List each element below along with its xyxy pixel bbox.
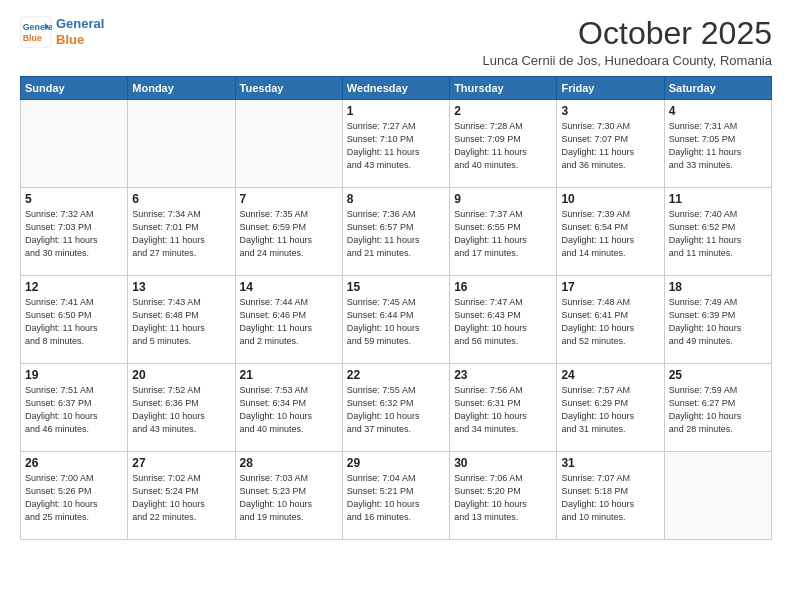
day-number: 3 bbox=[561, 104, 659, 118]
day-number: 23 bbox=[454, 368, 552, 382]
day-info: Sunrise: 7:39 AM Sunset: 6:54 PM Dayligh… bbox=[561, 208, 659, 260]
table-row: 31Sunrise: 7:07 AM Sunset: 5:18 PM Dayli… bbox=[557, 452, 664, 540]
day-number: 5 bbox=[25, 192, 123, 206]
day-number: 10 bbox=[561, 192, 659, 206]
calendar-week-row: 26Sunrise: 7:00 AM Sunset: 5:26 PM Dayli… bbox=[21, 452, 772, 540]
day-info: Sunrise: 7:07 AM Sunset: 5:18 PM Dayligh… bbox=[561, 472, 659, 524]
calendar-week-row: 1Sunrise: 7:27 AM Sunset: 7:10 PM Daylig… bbox=[21, 100, 772, 188]
table-row: 28Sunrise: 7:03 AM Sunset: 5:23 PM Dayli… bbox=[235, 452, 342, 540]
day-info: Sunrise: 7:30 AM Sunset: 7:07 PM Dayligh… bbox=[561, 120, 659, 172]
day-number: 1 bbox=[347, 104, 445, 118]
calendar-week-row: 12Sunrise: 7:41 AM Sunset: 6:50 PM Dayli… bbox=[21, 276, 772, 364]
day-info: Sunrise: 7:43 AM Sunset: 6:48 PM Dayligh… bbox=[132, 296, 230, 348]
table-row bbox=[664, 452, 771, 540]
day-number: 21 bbox=[240, 368, 338, 382]
day-info: Sunrise: 7:35 AM Sunset: 6:59 PM Dayligh… bbox=[240, 208, 338, 260]
day-info: Sunrise: 7:03 AM Sunset: 5:23 PM Dayligh… bbox=[240, 472, 338, 524]
day-info: Sunrise: 7:04 AM Sunset: 5:21 PM Dayligh… bbox=[347, 472, 445, 524]
table-row: 13Sunrise: 7:43 AM Sunset: 6:48 PM Dayli… bbox=[128, 276, 235, 364]
day-info: Sunrise: 7:47 AM Sunset: 6:43 PM Dayligh… bbox=[454, 296, 552, 348]
day-info: Sunrise: 7:59 AM Sunset: 6:27 PM Dayligh… bbox=[669, 384, 767, 436]
day-number: 13 bbox=[132, 280, 230, 294]
table-row: 10Sunrise: 7:39 AM Sunset: 6:54 PM Dayli… bbox=[557, 188, 664, 276]
header: General Blue General Blue October 2025 L… bbox=[20, 16, 772, 68]
day-number: 25 bbox=[669, 368, 767, 382]
col-sunday: Sunday bbox=[21, 77, 128, 100]
table-row: 14Sunrise: 7:44 AM Sunset: 6:46 PM Dayli… bbox=[235, 276, 342, 364]
table-row: 20Sunrise: 7:52 AM Sunset: 6:36 PM Dayli… bbox=[128, 364, 235, 452]
day-info: Sunrise: 7:31 AM Sunset: 7:05 PM Dayligh… bbox=[669, 120, 767, 172]
day-info: Sunrise: 7:44 AM Sunset: 6:46 PM Dayligh… bbox=[240, 296, 338, 348]
table-row: 2Sunrise: 7:28 AM Sunset: 7:09 PM Daylig… bbox=[450, 100, 557, 188]
calendar-page: General Blue General Blue October 2025 L… bbox=[0, 0, 792, 560]
day-number: 8 bbox=[347, 192, 445, 206]
table-row: 7Sunrise: 7:35 AM Sunset: 6:59 PM Daylig… bbox=[235, 188, 342, 276]
table-row: 21Sunrise: 7:53 AM Sunset: 6:34 PM Dayli… bbox=[235, 364, 342, 452]
location-subtitle: Lunca Cernii de Jos, Hunedoara County, R… bbox=[482, 53, 772, 68]
table-row: 26Sunrise: 7:00 AM Sunset: 5:26 PM Dayli… bbox=[21, 452, 128, 540]
table-row: 22Sunrise: 7:55 AM Sunset: 6:32 PM Dayli… bbox=[342, 364, 449, 452]
day-info: Sunrise: 7:36 AM Sunset: 6:57 PM Dayligh… bbox=[347, 208, 445, 260]
day-number: 4 bbox=[669, 104, 767, 118]
svg-text:Blue: Blue bbox=[23, 33, 42, 43]
day-number: 26 bbox=[25, 456, 123, 470]
table-row: 1Sunrise: 7:27 AM Sunset: 7:10 PM Daylig… bbox=[342, 100, 449, 188]
table-row: 6Sunrise: 7:34 AM Sunset: 7:01 PM Daylig… bbox=[128, 188, 235, 276]
day-info: Sunrise: 7:34 AM Sunset: 7:01 PM Dayligh… bbox=[132, 208, 230, 260]
day-info: Sunrise: 7:02 AM Sunset: 5:24 PM Dayligh… bbox=[132, 472, 230, 524]
day-number: 17 bbox=[561, 280, 659, 294]
table-row: 29Sunrise: 7:04 AM Sunset: 5:21 PM Dayli… bbox=[342, 452, 449, 540]
logo-text: General Blue bbox=[56, 16, 104, 47]
day-number: 19 bbox=[25, 368, 123, 382]
table-row: 25Sunrise: 7:59 AM Sunset: 6:27 PM Dayli… bbox=[664, 364, 771, 452]
day-info: Sunrise: 7:49 AM Sunset: 6:39 PM Dayligh… bbox=[669, 296, 767, 348]
day-info: Sunrise: 7:51 AM Sunset: 6:37 PM Dayligh… bbox=[25, 384, 123, 436]
col-friday: Friday bbox=[557, 77, 664, 100]
day-number: 22 bbox=[347, 368, 445, 382]
day-info: Sunrise: 7:32 AM Sunset: 7:03 PM Dayligh… bbox=[25, 208, 123, 260]
calendar-week-row: 5Sunrise: 7:32 AM Sunset: 7:03 PM Daylig… bbox=[21, 188, 772, 276]
day-number: 27 bbox=[132, 456, 230, 470]
day-number: 28 bbox=[240, 456, 338, 470]
col-tuesday: Tuesday bbox=[235, 77, 342, 100]
table-row: 19Sunrise: 7:51 AM Sunset: 6:37 PM Dayli… bbox=[21, 364, 128, 452]
table-row: 5Sunrise: 7:32 AM Sunset: 7:03 PM Daylig… bbox=[21, 188, 128, 276]
day-number: 6 bbox=[132, 192, 230, 206]
table-row: 9Sunrise: 7:37 AM Sunset: 6:55 PM Daylig… bbox=[450, 188, 557, 276]
day-number: 16 bbox=[454, 280, 552, 294]
calendar-header-row: Sunday Monday Tuesday Wednesday Thursday… bbox=[21, 77, 772, 100]
day-info: Sunrise: 7:00 AM Sunset: 5:26 PM Dayligh… bbox=[25, 472, 123, 524]
table-row: 11Sunrise: 7:40 AM Sunset: 6:52 PM Dayli… bbox=[664, 188, 771, 276]
table-row: 24Sunrise: 7:57 AM Sunset: 6:29 PM Dayli… bbox=[557, 364, 664, 452]
day-number: 12 bbox=[25, 280, 123, 294]
col-thursday: Thursday bbox=[450, 77, 557, 100]
table-row: 16Sunrise: 7:47 AM Sunset: 6:43 PM Dayli… bbox=[450, 276, 557, 364]
table-row: 27Sunrise: 7:02 AM Sunset: 5:24 PM Dayli… bbox=[128, 452, 235, 540]
day-number: 20 bbox=[132, 368, 230, 382]
day-info: Sunrise: 7:06 AM Sunset: 5:20 PM Dayligh… bbox=[454, 472, 552, 524]
col-saturday: Saturday bbox=[664, 77, 771, 100]
day-info: Sunrise: 7:28 AM Sunset: 7:09 PM Dayligh… bbox=[454, 120, 552, 172]
table-row: 12Sunrise: 7:41 AM Sunset: 6:50 PM Dayli… bbox=[21, 276, 128, 364]
table-row: 23Sunrise: 7:56 AM Sunset: 6:31 PM Dayli… bbox=[450, 364, 557, 452]
col-wednesday: Wednesday bbox=[342, 77, 449, 100]
calendar-table: Sunday Monday Tuesday Wednesday Thursday… bbox=[20, 76, 772, 540]
col-monday: Monday bbox=[128, 77, 235, 100]
day-info: Sunrise: 7:40 AM Sunset: 6:52 PM Dayligh… bbox=[669, 208, 767, 260]
day-number: 15 bbox=[347, 280, 445, 294]
table-row: 8Sunrise: 7:36 AM Sunset: 6:57 PM Daylig… bbox=[342, 188, 449, 276]
table-row: 4Sunrise: 7:31 AM Sunset: 7:05 PM Daylig… bbox=[664, 100, 771, 188]
day-number: 14 bbox=[240, 280, 338, 294]
day-info: Sunrise: 7:41 AM Sunset: 6:50 PM Dayligh… bbox=[25, 296, 123, 348]
table-row bbox=[128, 100, 235, 188]
day-info: Sunrise: 7:53 AM Sunset: 6:34 PM Dayligh… bbox=[240, 384, 338, 436]
day-number: 7 bbox=[240, 192, 338, 206]
day-number: 31 bbox=[561, 456, 659, 470]
day-info: Sunrise: 7:56 AM Sunset: 6:31 PM Dayligh… bbox=[454, 384, 552, 436]
table-row bbox=[235, 100, 342, 188]
table-row bbox=[21, 100, 128, 188]
day-number: 30 bbox=[454, 456, 552, 470]
day-info: Sunrise: 7:52 AM Sunset: 6:36 PM Dayligh… bbox=[132, 384, 230, 436]
day-number: 18 bbox=[669, 280, 767, 294]
day-info: Sunrise: 7:27 AM Sunset: 7:10 PM Dayligh… bbox=[347, 120, 445, 172]
